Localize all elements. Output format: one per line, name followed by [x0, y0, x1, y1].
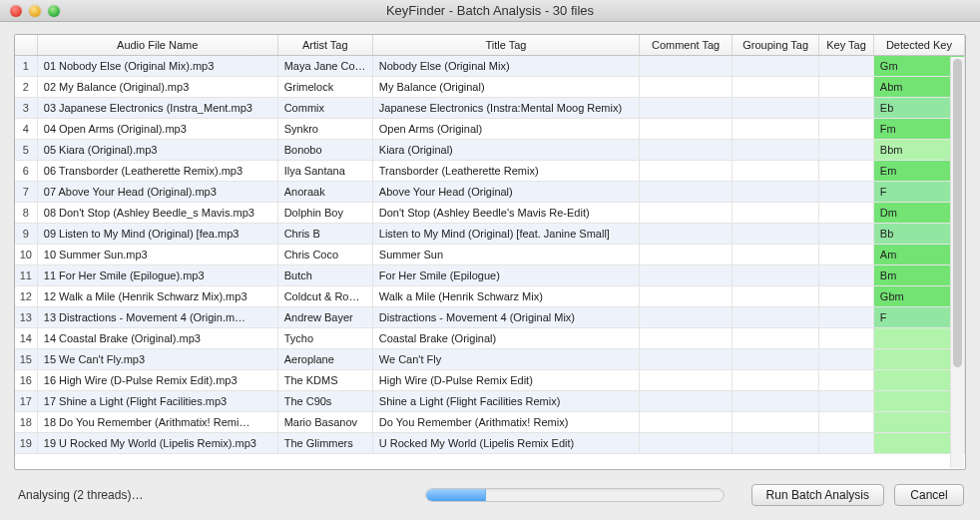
titlebar: KeyFinder - Batch Analysis - 30 files [0, 0, 980, 22]
cell-index: 18 [15, 411, 37, 432]
col-keytag[interactable]: Key Tag [819, 35, 874, 55]
cell-title: Japanese Electronics (Instra:Mental Moog… [372, 97, 639, 118]
cell-grouping [733, 202, 819, 223]
cell-grouping [733, 160, 819, 181]
cell-artist: Coldcut & Ro… [277, 285, 372, 306]
cell-filename: 11 For Her Smile (Epilogue).mp3 [37, 264, 277, 285]
cell-filename: 10 Summer Sun.mp3 [37, 244, 277, 264]
cell-comment [640, 139, 733, 160]
table-row[interactable]: 303 Japanese Electronics (Instra_Ment.mp… [15, 97, 965, 118]
cell-title: Shine a Light (Flight Facilities Remix) [372, 390, 639, 411]
cell-title: Don't Stop (Ashley Beedle's Mavis Re-Edi… [372, 202, 639, 223]
cell-index: 15 [15, 348, 37, 369]
table-row[interactable]: 1616 High Wire (D-Pulse Remix Edit).mp3T… [15, 369, 965, 390]
table-row[interactable]: 1717 Shine a Light (Flight Facilities.mp… [15, 390, 965, 411]
cell-comment [640, 390, 733, 411]
cell-filename: 09 Listen to My Mind (Original) [fea.mp3 [37, 223, 277, 244]
table-row[interactable]: 1111 For Her Smile (Epilogue).mp3ButchFo… [15, 264, 965, 285]
cell-comment [640, 369, 733, 390]
cell-keytag [819, 285, 874, 306]
run-batch-button[interactable]: Run Batch Analysis [751, 484, 884, 506]
col-comment[interactable]: Comment Tag [640, 35, 733, 55]
table-row[interactable]: 1919 U Rocked My World (Lipelis Remix).m… [15, 432, 965, 453]
cell-grouping [733, 97, 819, 118]
cell-title: Kiara (Original) [372, 139, 639, 160]
cell-index: 12 [15, 285, 37, 306]
table-row[interactable]: 1313 Distractions - Movement 4 (Origin.m… [15, 306, 965, 327]
vertical-scrollbar[interactable] [950, 57, 964, 468]
cell-comment [640, 97, 733, 118]
cell-artist: The C90s [277, 390, 372, 411]
cell-title: My Balance (Original) [372, 76, 639, 97]
cell-keytag [819, 118, 874, 139]
table-row[interactable]: 1818 Do You Remember (Arithmatix! Remi…M… [15, 411, 965, 432]
results-table[interactable]: Audio File Name Artist Tag Title Tag Com… [15, 35, 965, 454]
cell-keytag [819, 97, 874, 118]
cell-index: 6 [15, 160, 37, 181]
cell-artist: Butch [277, 264, 372, 285]
cell-keytag [819, 411, 874, 432]
table-row[interactable]: 1515 We Can't Fly.mp3AeroplaneWe Can't F… [15, 348, 965, 369]
cell-filename: 12 Walk a Mile (Henrik Schwarz Mix).mp3 [37, 285, 277, 306]
cell-filename: 02 My Balance (Original).mp3 [37, 76, 277, 97]
table-row[interactable]: 505 Kiara (Original).mp3BonoboKiara (Ori… [15, 139, 965, 160]
cell-keytag [819, 327, 874, 348]
col-filename[interactable]: Audio File Name [37, 35, 277, 55]
cell-index: 19 [15, 432, 37, 453]
status-text: Analysing (2 threads)… [16, 488, 425, 502]
cell-grouping [733, 264, 819, 285]
cell-artist: Dolphin Boy [277, 202, 372, 223]
table-row[interactable]: 1010 Summer Sun.mp3Chris CocoSummer SunA… [15, 244, 965, 264]
table-row[interactable]: 909 Listen to My Mind (Original) [fea.mp… [15, 223, 965, 244]
cell-title: Listen to My Mind (Original) [feat. Jani… [372, 223, 639, 244]
progress-bar [425, 488, 725, 502]
cell-grouping [733, 244, 819, 264]
cell-index: 10 [15, 244, 37, 264]
cell-title: Do You Remember (Arithmatix! Remix) [372, 411, 639, 432]
table-row[interactable]: 606 Transborder (Leatherette Remix).mp3I… [15, 160, 965, 181]
cell-filename: 01 Nobody Else (Original Mix).mp3 [37, 55, 277, 76]
cell-artist: Synkro [277, 118, 372, 139]
cell-artist: The KDMS [277, 369, 372, 390]
cell-title: Above Your Head (Original) [372, 181, 639, 202]
col-grouping[interactable]: Grouping Tag [733, 35, 819, 55]
cell-grouping [733, 181, 819, 202]
cell-comment [640, 118, 733, 139]
col-artist[interactable]: Artist Tag [277, 35, 372, 55]
cell-title: We Can't Fly [372, 348, 639, 369]
cell-keytag [819, 306, 874, 327]
close-icon[interactable] [10, 5, 22, 17]
cell-index: 5 [15, 139, 37, 160]
table-row[interactable]: 808 Don't Stop (Ashley Beedle_s Mavis.mp… [15, 202, 965, 223]
table-row[interactable]: 707 Above Your Head (Original).mp3Anoraa… [15, 181, 965, 202]
traffic-lights [0, 5, 60, 17]
cell-filename: 15 We Can't Fly.mp3 [37, 348, 277, 369]
table-row[interactable]: 1414 Coastal Brake (Original).mp3TychoCo… [15, 327, 965, 348]
cell-grouping [733, 411, 819, 432]
results-table-wrap: Audio File Name Artist Tag Title Tag Com… [14, 34, 966, 470]
cancel-button[interactable]: Cancel [894, 484, 964, 506]
zoom-icon[interactable] [48, 5, 60, 17]
cell-title: Summer Sun [372, 244, 639, 264]
cell-index: 16 [15, 369, 37, 390]
cell-index: 3 [15, 97, 37, 118]
cell-filename: 04 Open Arms (Original).mp3 [37, 118, 277, 139]
cell-artist: Chris Coco [277, 244, 372, 264]
cell-title: Open Arms (Original) [372, 118, 639, 139]
table-row[interactable]: 404 Open Arms (Original).mp3SynkroOpen A… [15, 118, 965, 139]
col-index[interactable] [15, 35, 37, 55]
table-row[interactable]: 202 My Balance (Original).mp3GrimelockMy… [15, 76, 965, 97]
cell-artist: The Glimmers [277, 432, 372, 453]
cell-artist: Maya Jane Coles [277, 55, 372, 76]
table-row[interactable]: 1212 Walk a Mile (Henrik Schwarz Mix).mp… [15, 285, 965, 306]
minimize-icon[interactable] [29, 5, 41, 17]
cell-comment [640, 327, 733, 348]
col-detected[interactable]: Detected Key [873, 35, 964, 55]
cell-artist: Bonobo [277, 139, 372, 160]
cell-artist: Andrew Bayer [277, 306, 372, 327]
cell-comment [640, 55, 733, 76]
scrollbar-thumb-icon[interactable] [953, 59, 962, 367]
table-row[interactable]: 101 Nobody Else (Original Mix).mp3Maya J… [15, 55, 965, 76]
col-title[interactable]: Title Tag [372, 35, 639, 55]
cell-filename: 18 Do You Remember (Arithmatix! Remi… [37, 411, 277, 432]
